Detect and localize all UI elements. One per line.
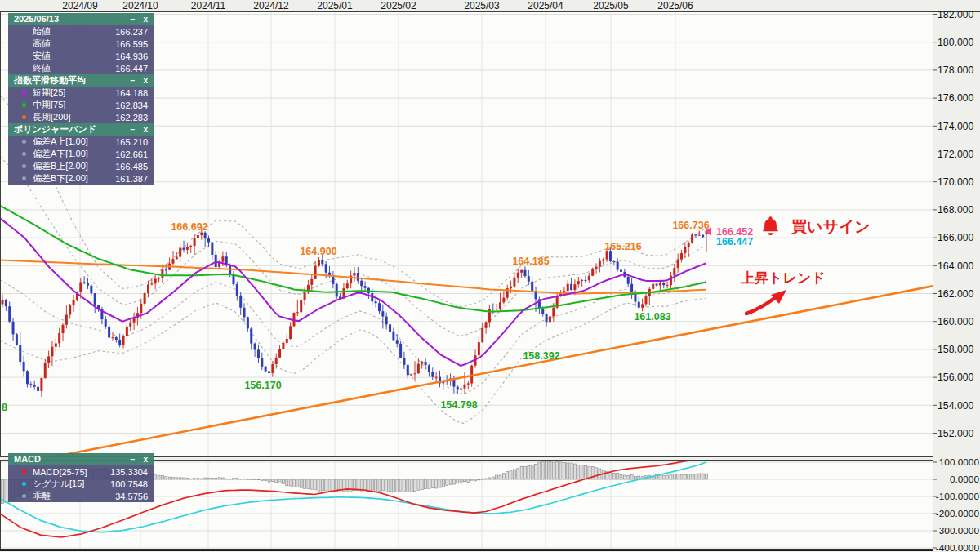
macd-axis-tick-label: -200.0000 <box>936 508 980 519</box>
indicator-row: MACD[25-75]135.3304 <box>8 465 154 478</box>
indicator-label: 安値 <box>33 50 51 62</box>
indicator-row: 高値166.595 <box>8 38 154 50</box>
minimize-icon[interactable]: − <box>131 15 136 24</box>
x-axis-tick-label: 2024/10 <box>122 0 158 11</box>
indicator-value: 162.283 <box>115 113 148 122</box>
x-axis-tick-label: 2024/12 <box>253 0 289 11</box>
macd-axis-tick-label: -100.0000 <box>936 491 980 502</box>
price-axis-tick-label: 162.000 <box>938 288 974 300</box>
indicator-row: 偏差B上[2.00]166.485 <box>8 160 154 172</box>
buy-signal-label: 買いサイン <box>791 216 871 238</box>
x-axis-tick-label: 2025/02 <box>381 0 416 11</box>
legend-dot-icon <box>22 152 26 156</box>
price-annotation: 158.392 <box>523 350 559 362</box>
x-axis-tick-label: 2025/05 <box>593 0 629 11</box>
ema-panel: 指数平滑移動平均−x短期[25]164.188中期[75]162.834長期[2… <box>8 74 154 123</box>
close-icon[interactable]: x <box>143 125 148 134</box>
legend-dot-icon <box>22 176 26 180</box>
panel-title: ボリンジャーバンド <box>14 123 96 136</box>
bollinger-panel-header[interactable]: ボリンジャーバンド−x <box>8 123 154 136</box>
trading-chart-app: 2024/092024/102024/112024/122025/012025/… <box>0 0 980 552</box>
legend-dot-icon <box>22 115 26 119</box>
indicator-label: 偏差B下[2.00] <box>33 172 88 185</box>
close-icon[interactable]: x <box>143 76 148 85</box>
indicator-value: 166.447 <box>115 64 148 73</box>
legend-dot-icon <box>22 482 26 486</box>
x-axis-tick-label: 2024/09 <box>62 0 98 11</box>
indicator-label: 高値 <box>33 38 51 50</box>
uptrend-label: 上昇トレンド <box>741 270 826 286</box>
price-axis-tick-label: 156.000 <box>938 372 974 383</box>
indicator-label: 乖離 <box>33 490 51 502</box>
indicator-row: 偏差B下[2.00]161.387 <box>8 172 154 185</box>
indicator-row: 終値166.447 <box>8 62 154 74</box>
indicator-value: 164.188 <box>115 88 148 98</box>
indicator-row: 始値166.237 <box>8 25 154 38</box>
indicator-value: 135.3304 <box>110 467 148 477</box>
price-axis-tick-label: 164.000 <box>938 260 974 272</box>
panel-title: 指数平滑移動平均 <box>14 74 86 87</box>
x-axis-tick-label: 2025/01 <box>317 0 353 11</box>
price-annotation: 165.216 <box>604 241 641 252</box>
indicator-label: シグナル[15] <box>33 478 84 490</box>
indicator-row: 偏差A上[1.00]165.210 <box>8 136 154 148</box>
minimize-icon[interactable]: − <box>131 455 136 464</box>
macd-axis-tick-label: -300.0000 <box>936 525 980 536</box>
macd-axis-tick-label: 0.0000 <box>950 474 980 485</box>
ema-panel-header[interactable]: 指数平滑移動平均−x <box>8 74 154 87</box>
indicator-row: 長期[200]162.283 <box>8 111 154 123</box>
minimize-icon[interactable]: − <box>131 125 136 134</box>
panel-title: 2025/06/13 <box>14 13 59 25</box>
price-axis-tick-label: 158.000 <box>938 344 974 355</box>
price-annotation: 166.736 <box>672 220 709 231</box>
macd-axis-tick-label: 100.0000 <box>939 456 980 468</box>
legend-dot-icon <box>22 494 26 498</box>
indicator-label: 偏差A上[1.00] <box>33 136 88 148</box>
price-annotation: 164.185 <box>512 256 549 267</box>
price-axis-tick-label: 174.000 <box>938 121 974 132</box>
price-axis-tick-label: 152.000 <box>938 428 974 439</box>
x-axis-tick-label: 2025/06 <box>657 0 693 11</box>
indicator-value: 162.834 <box>115 100 148 110</box>
indicator-value: 164.936 <box>115 51 148 61</box>
bell-icon <box>760 216 781 238</box>
indicator-value: 34.5756 <box>115 492 148 501</box>
x-axis-tick-label: 2024/11 <box>191 0 226 11</box>
legend-dot-icon <box>22 164 26 168</box>
indicator-value: 161.387 <box>115 174 148 184</box>
price-axis-tick-label: 182.000 <box>938 9 974 20</box>
buy-signal-callout: 買いサイン <box>760 216 871 238</box>
x-axis-tick-label: 2025/04 <box>528 0 564 11</box>
close-icon[interactable]: x <box>143 15 148 24</box>
indicator-label: 偏差B上[2.00] <box>33 160 88 172</box>
price-annotation: 164.900 <box>300 246 336 257</box>
indicator-label: 短期[25] <box>33 87 65 99</box>
indicator-value: 166.595 <box>115 39 148 49</box>
indicator-label: 長期[200] <box>33 111 70 123</box>
indicator-value: 166.237 <box>115 27 148 37</box>
legend-dot-icon <box>22 91 26 95</box>
price-axis-tick-label: 160.000 <box>938 316 974 327</box>
indicator-label: 始値 <box>33 25 51 38</box>
ohlc-panel: 2025/06/13−x始値166.237高値166.595安値164.936終… <box>8 13 154 74</box>
price-annotation: 8 <box>2 402 7 413</box>
uptrend-callout: 上昇トレンド <box>741 269 826 287</box>
macd-axis-tick-label: -400.0000 <box>936 542 980 552</box>
x-axis-tick-label: 2025/03 <box>464 0 500 11</box>
macd-panel-header[interactable]: MACD−x <box>8 453 154 465</box>
indicator-row: 短期[25]164.188 <box>8 87 154 99</box>
macd-panel: MACD−xMACD[25-75]135.3304シグナル[15]100.754… <box>8 453 154 502</box>
indicator-row: 中期[75]162.834 <box>8 99 154 111</box>
indicator-row: 乖離34.5756 <box>8 490 154 502</box>
price-annotation: 166.692 <box>171 221 207 233</box>
legend-dot-icon <box>22 103 26 107</box>
minimize-icon[interactable]: − <box>131 76 136 85</box>
price-axis-tick-label: 168.000 <box>938 204 974 216</box>
price-axis-tick-label: 166.000 <box>938 232 974 243</box>
price-axis-tick-label: 180.000 <box>938 37 974 48</box>
uptrend-arrow-icon <box>739 286 795 318</box>
close-icon[interactable]: x <box>143 455 148 464</box>
indicator-row: 安値164.936 <box>8 50 154 62</box>
indicator-label: 偏差A下[1.00] <box>33 148 88 160</box>
ohlc-panel-header[interactable]: 2025/06/13−x <box>8 13 154 25</box>
